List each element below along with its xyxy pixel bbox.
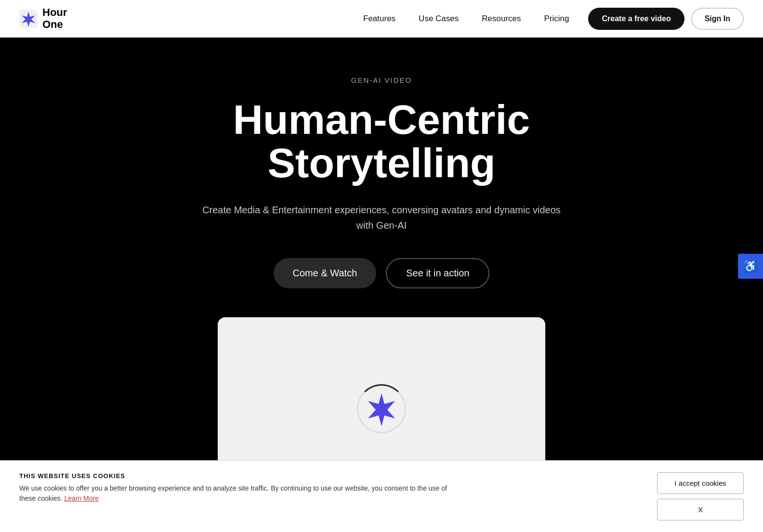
nav-links: Features Use Cases Resources Pricing xyxy=(363,14,569,24)
logo-link[interactable]: Hour One xyxy=(19,7,67,30)
see-action-button[interactable]: See it in action xyxy=(386,258,489,288)
cookie-banner: THIS WEBSITE USES COOKIES We use cookies… xyxy=(0,460,763,532)
svg-rect-2 xyxy=(362,389,401,428)
accessibility-icon: ♿ xyxy=(743,260,758,273)
create-video-button[interactable]: Create a free video xyxy=(588,8,684,30)
nav-link-use-cases[interactable]: Use Cases xyxy=(419,14,459,24)
hero-title: Human-Centric Storytelling xyxy=(117,98,646,185)
loading-spinner xyxy=(357,385,406,433)
logo-icon xyxy=(19,10,38,28)
logo-text: Hour One xyxy=(42,7,67,30)
close-cookie-button[interactable]: X xyxy=(657,499,744,520)
cookie-buttons: I accept cookies X xyxy=(657,472,744,520)
come-watch-button[interactable]: Come & Watch xyxy=(274,258,377,288)
svg-marker-3 xyxy=(368,393,395,426)
video-logo-icon xyxy=(362,389,401,428)
hero-tag: GEN-AI VIDEO xyxy=(351,76,412,84)
hero-section: GEN-AI VIDEO Human-Centric Storytelling … xyxy=(0,38,763,519)
cookie-learn-more-link[interactable]: Learn More xyxy=(64,494,99,502)
nav-link-features[interactable]: Features xyxy=(363,14,395,24)
accessibility-button[interactable]: ♿ xyxy=(738,254,763,279)
hero-subtitle: Create Media & Entertainment experiences… xyxy=(198,202,565,233)
main-content: GEN-AI VIDEO Human-Centric Storytelling … xyxy=(0,0,763,519)
cookie-title: THIS WEBSITE USES COOKIES xyxy=(19,472,453,480)
navbar: Hour One Features Use Cases Resources Pr… xyxy=(0,0,763,38)
cookie-text: We use cookies to offer you a better bro… xyxy=(19,483,453,504)
nav-link-pricing[interactable]: Pricing xyxy=(544,14,569,24)
nav-link-resources[interactable]: Resources xyxy=(482,14,521,24)
accept-cookies-button[interactable]: I accept cookies xyxy=(657,472,744,494)
cookie-content: THIS WEBSITE USES COOKIES We use cookies… xyxy=(19,472,453,504)
hero-buttons: Come & Watch See it in action xyxy=(274,258,490,288)
signin-button[interactable]: Sign In xyxy=(691,8,744,30)
